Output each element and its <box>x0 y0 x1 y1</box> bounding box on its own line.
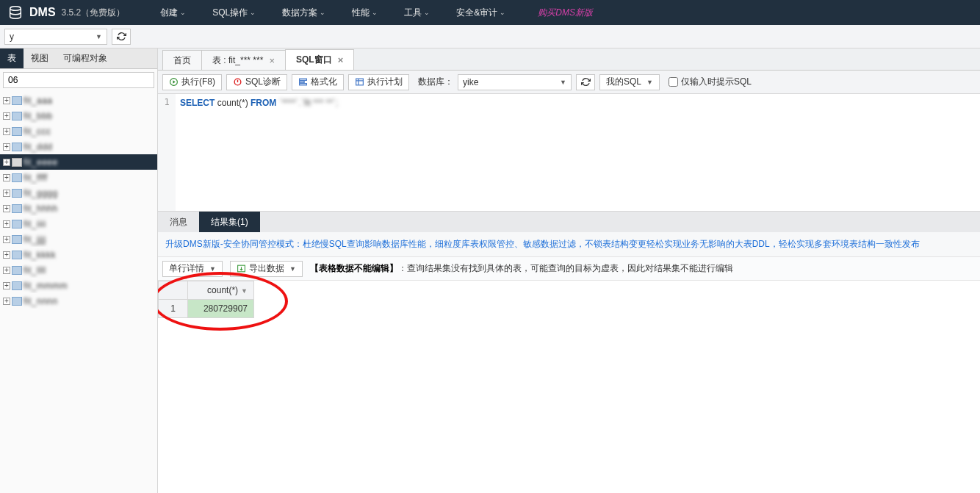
tree-item[interactable]: +fit_nnnn <box>0 293 157 309</box>
editor-tab[interactable]: 首页 <box>162 50 202 70</box>
tree-item[interactable]: +fit_llll <box>0 262 157 278</box>
result-grid: count(*)▼ 1 280729907 <box>158 281 254 318</box>
sidebar-tab-table[interactable]: 表 <box>0 48 24 68</box>
diagnose-button[interactable]: SQL诊断 <box>226 74 287 90</box>
tree-item[interactable]: +fit_ccc <box>0 123 157 139</box>
db-refresh-button[interactable] <box>576 74 595 90</box>
sidebar-tab-view[interactable]: 视图 <box>24 48 56 68</box>
database-select[interactable]: yike ▼ <box>458 74 572 90</box>
export-icon <box>237 264 246 273</box>
tree-label: fit_iiii <box>24 219 46 229</box>
expand-icon[interactable]: + <box>3 236 10 243</box>
table-tree: +fit_aaa+fit_bbb+fit_ccc+fit_ddd+fit_eee… <box>0 91 157 493</box>
expand-icon[interactable]: + <box>3 251 10 259</box>
svg-rect-6 <box>356 79 364 85</box>
sql-code[interactable]: SELECT count(*) FROM `****`.`fit *** **`… <box>176 94 980 211</box>
table-icon <box>12 220 22 228</box>
sql-toolbar: 执行(F8) SQL诊断 格式化 执行计划 数据库： yike ▼ <box>158 71 980 94</box>
connection-value: y <box>10 32 14 42</box>
hint-checkbox-wrap[interactable]: 仅输入时提示SQL <box>669 76 752 88</box>
expand-icon[interactable]: + <box>3 112 10 120</box>
sql-editor[interactable]: 1 SELECT count(*) FROM `****`.`fit *** *… <box>158 94 980 212</box>
tree-label: fit_llll <box>24 265 46 276</box>
expand-icon[interactable]: + <box>3 205 10 212</box>
expand-icon[interactable]: + <box>3 97 10 104</box>
app-version: 3.5.2（免费版） <box>62 7 126 19</box>
svg-point-0 <box>10 7 21 11</box>
tree-item[interactable]: +fit_mmmm <box>0 278 157 293</box>
row-detail-button[interactable]: 单行详情 ▼ <box>162 261 223 277</box>
tree-item[interactable]: +fit_bbb <box>0 108 157 123</box>
table-icon <box>12 112 22 120</box>
tab-label: 表 : fit_*** *** <box>212 54 263 67</box>
expand-icon[interactable]: + <box>3 174 10 181</box>
chevron-down-icon: ▼ <box>241 287 248 295</box>
nav-item[interactable]: 安全&审计⌄ <box>443 0 519 25</box>
app-title: DMS <box>29 6 56 19</box>
tree-item[interactable]: +fit_hhhh <box>0 201 157 216</box>
sidebar-tab-programmable[interactable]: 可编程对象 <box>56 48 115 68</box>
expand-icon[interactable]: + <box>3 128 10 135</box>
expand-icon[interactable]: + <box>3 143 10 151</box>
expand-icon[interactable]: + <box>3 190 10 197</box>
format-button[interactable]: 格式化 <box>292 74 344 90</box>
column-header[interactable]: count(*)▼ <box>188 281 254 300</box>
tree-label: fit_gggg <box>24 188 58 198</box>
chevron-down-icon: ⌄ <box>424 9 430 16</box>
tree-item[interactable]: +fit_ffff <box>0 170 157 185</box>
diagnose-icon <box>233 77 242 87</box>
exec-plan-button[interactable]: 执行计划 <box>348 74 409 90</box>
chevron-down-icon: ⌄ <box>250 9 256 16</box>
refresh-button[interactable] <box>112 29 131 45</box>
close-icon[interactable]: × <box>269 55 275 66</box>
expand-icon[interactable]: + <box>3 159 10 166</box>
nav-item[interactable]: 数据方案⌄ <box>269 0 339 25</box>
tab-messages[interactable]: 消息 <box>158 212 199 232</box>
svg-rect-3 <box>300 79 307 80</box>
tree-item[interactable]: +fit_iiii <box>0 216 157 231</box>
editor-tab[interactable]: SQL窗口× <box>285 49 354 70</box>
sidebar-filter-input[interactable] <box>3 72 154 88</box>
cell-value[interactable]: 280729907 <box>188 300 254 318</box>
expand-icon[interactable]: + <box>3 298 10 305</box>
main-area: 首页表 : fit_*** ***×SQL窗口× 执行(F8) SQL诊断 格式… <box>158 48 980 493</box>
expand-icon[interactable]: + <box>3 267 10 274</box>
editor-tab[interactable]: 表 : fit_*** ***× <box>201 50 286 70</box>
nav-item[interactable]: SQL操作⌄ <box>199 0 269 25</box>
nav-item[interactable]: 工具⌄ <box>391 0 443 25</box>
promo-link[interactable]: 升级DMS新版-安全协同管控模式：杜绝慢SQL查询影响数据库性能，细粒度库表权限… <box>165 239 920 249</box>
table-icon <box>12 251 22 259</box>
my-sql-button[interactable]: 我的SQL ▼ <box>599 74 660 90</box>
expand-icon[interactable]: + <box>3 282 10 289</box>
nav-item[interactable]: 创建⌄ <box>147 0 199 25</box>
svg-rect-5 <box>300 84 307 85</box>
tree-item[interactable]: +fit_aaa <box>0 93 157 108</box>
buy-link[interactable]: 购买DMS新版 <box>525 0 606 25</box>
run-button[interactable]: 执行(F8) <box>162 74 222 90</box>
connection-bar: y ▼ <box>0 25 980 48</box>
expand-icon[interactable]: + <box>3 220 10 228</box>
tree-label: fit_ffff <box>24 173 48 183</box>
export-button[interactable]: 导出数据 ▼ <box>230 261 303 277</box>
tree-item[interactable]: +fit_eeee <box>0 154 157 170</box>
table-row[interactable]: 1 280729907 <box>159 300 254 318</box>
tree-label: fit_ddd <box>24 142 53 152</box>
chevron-down-icon: ▼ <box>289 265 296 273</box>
tab-resultset[interactable]: 结果集(1) <box>199 212 260 232</box>
rownum-header <box>159 281 188 300</box>
close-icon[interactable]: × <box>338 54 344 65</box>
chevron-down-icon: ⌄ <box>500 9 505 16</box>
chevron-down-icon: ▼ <box>96 33 102 40</box>
database-icon <box>7 4 24 21</box>
sidebar: 表 视图 可编程对象 +fit_aaa+fit_bbb+fit_ccc+fit_… <box>0 48 158 493</box>
connection-select[interactable]: y ▼ <box>4 29 107 45</box>
hint-checkbox[interactable] <box>669 77 678 87</box>
tree-item[interactable]: +fit_ddd <box>0 139 157 154</box>
result-grid-wrap: count(*)▼ 1 280729907 <box>158 281 980 318</box>
tree-item[interactable]: +fit_kkkk <box>0 247 157 262</box>
tree-item[interactable]: +fit_gggg <box>0 185 157 201</box>
sidebar-tabs: 表 视图 可编程对象 <box>0 48 157 69</box>
table-icon <box>12 173 22 182</box>
nav-item[interactable]: 性能⌄ <box>339 0 391 25</box>
tree-item[interactable]: +fit_jjjj <box>0 231 157 247</box>
